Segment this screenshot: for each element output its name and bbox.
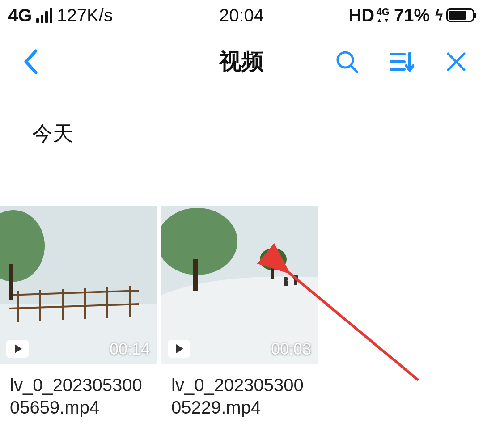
hd-sub-label: 4G bbox=[376, 7, 389, 17]
play-icon bbox=[6, 340, 29, 358]
video-thumbnail[interactable]: 00:14 bbox=[0, 206, 157, 364]
signal-icon bbox=[36, 8, 52, 23]
video-filename: lv_0_20230530005659.mp4 bbox=[0, 364, 148, 418]
network-speed: 127K/s bbox=[57, 5, 113, 25]
hd-label: HD bbox=[348, 5, 374, 25]
video-thumbnail[interactable]: 00:03 bbox=[161, 206, 318, 364]
close-button[interactable] bbox=[443, 48, 470, 75]
back-button[interactable] bbox=[18, 48, 45, 75]
section-header: 今天 bbox=[0, 93, 483, 148]
video-duration: 00:03 bbox=[271, 340, 311, 359]
hd-indicator: HD 4G ▲▼ bbox=[348, 5, 390, 25]
svg-rect-26 bbox=[271, 266, 274, 279]
svg-rect-28 bbox=[294, 279, 297, 285]
status-right: HD 4G ▲▼ 71% ϟ bbox=[348, 5, 474, 25]
svg-rect-24 bbox=[193, 259, 198, 291]
sort-button[interactable] bbox=[388, 48, 415, 75]
svg-line-1 bbox=[351, 66, 357, 72]
battery-fill bbox=[449, 11, 466, 20]
svg-rect-30 bbox=[284, 281, 288, 286]
status-bar: 4G 127K/s 20:04 HD 4G ▲▼ 71% ϟ bbox=[0, 0, 483, 30]
status-left: 4G 127K/s bbox=[8, 5, 113, 25]
battery-percent: 71% bbox=[394, 5, 430, 25]
app-bar: 视频 bbox=[0, 30, 483, 93]
play-icon bbox=[168, 340, 190, 358]
search-button[interactable] bbox=[334, 48, 360, 75]
charging-icon: ϟ bbox=[434, 7, 444, 24]
video-item[interactable]: 00:14 lv_0_20230530005659.mp4 bbox=[0, 206, 157, 418]
network-type: 4G bbox=[8, 5, 32, 25]
video-filename: lv_0_20230530005229.mp4 bbox=[161, 364, 309, 418]
clock: 20:04 bbox=[219, 5, 264, 25]
data-arrows-icon: ▲▼ bbox=[376, 17, 390, 23]
video-grid: 00:14 lv_0_20230530005659.mp4 00: bbox=[0, 148, 483, 418]
svg-rect-20 bbox=[9, 264, 13, 300]
video-item[interactable]: 00:03 lv_0_20230530005229.mp4 bbox=[161, 206, 318, 418]
svg-point-29 bbox=[284, 277, 288, 281]
video-duration: 00:14 bbox=[110, 340, 150, 359]
page-title: 视频 bbox=[219, 46, 264, 76]
battery-icon: ϟ bbox=[434, 7, 474, 24]
